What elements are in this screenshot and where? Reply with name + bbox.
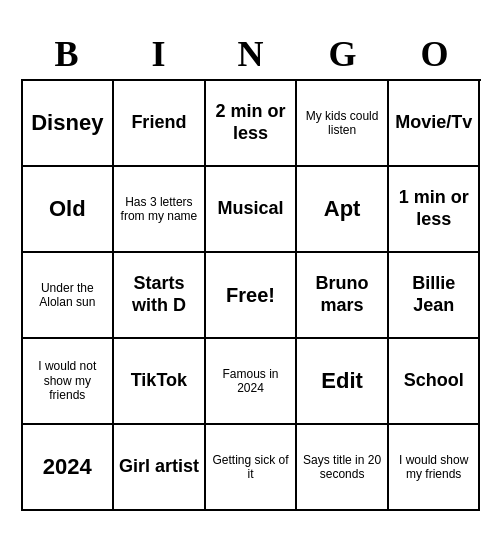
- bingo-cell[interactable]: Apt: [297, 167, 389, 253]
- bingo-cell[interactable]: Says title in 20 seconds: [297, 425, 389, 511]
- bingo-letter: O: [392, 33, 478, 75]
- bingo-cell[interactable]: 2024: [23, 425, 115, 511]
- bingo-cell[interactable]: Free!: [206, 253, 298, 339]
- bingo-cell[interactable]: Starts with D: [114, 253, 206, 339]
- bingo-cell[interactable]: Old: [23, 167, 115, 253]
- bingo-cell[interactable]: School: [389, 339, 481, 425]
- bingo-cell[interactable]: Musical: [206, 167, 298, 253]
- bingo-cell[interactable]: Has 3 letters from my name: [114, 167, 206, 253]
- bingo-cell[interactable]: Friend: [114, 81, 206, 167]
- bingo-cell[interactable]: Bruno mars: [297, 253, 389, 339]
- bingo-title: BINGO: [21, 33, 481, 75]
- bingo-cell[interactable]: Movie/Tv: [389, 81, 481, 167]
- bingo-card: BINGO DisneyFriend2 min or lessMy kids c…: [11, 23, 491, 521]
- bingo-cell[interactable]: I would show my friends: [389, 425, 481, 511]
- bingo-cell[interactable]: 1 min or less: [389, 167, 481, 253]
- bingo-cell[interactable]: Girl artist: [114, 425, 206, 511]
- bingo-letter: B: [24, 33, 110, 75]
- bingo-cell[interactable]: 2 min or less: [206, 81, 298, 167]
- bingo-cell[interactable]: Famous in 2024: [206, 339, 298, 425]
- bingo-cell[interactable]: Under the Alolan sun: [23, 253, 115, 339]
- bingo-cell[interactable]: Edit: [297, 339, 389, 425]
- bingo-letter: I: [116, 33, 202, 75]
- bingo-cell[interactable]: Getting sick of it: [206, 425, 298, 511]
- bingo-cell[interactable]: TikTok: [114, 339, 206, 425]
- bingo-letter: G: [300, 33, 386, 75]
- bingo-cell[interactable]: I would not show my friends: [23, 339, 115, 425]
- bingo-letter: N: [208, 33, 294, 75]
- bingo-cell[interactable]: Billie Jean: [389, 253, 481, 339]
- bingo-cell[interactable]: Disney: [23, 81, 115, 167]
- bingo-cell[interactable]: My kids could listen: [297, 81, 389, 167]
- bingo-grid: DisneyFriend2 min or lessMy kids could l…: [21, 79, 481, 511]
